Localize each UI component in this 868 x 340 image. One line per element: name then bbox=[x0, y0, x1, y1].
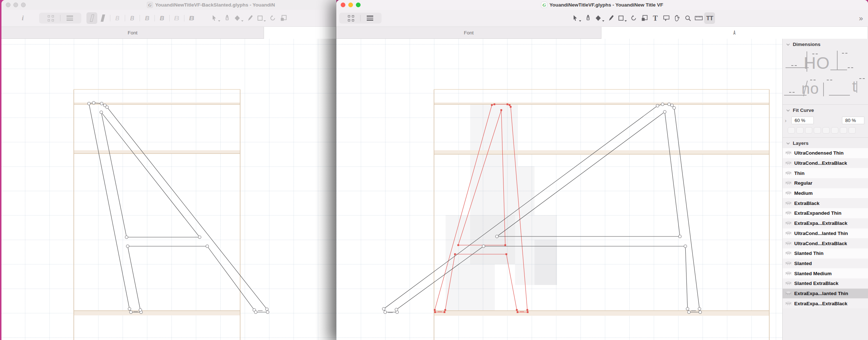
text-tool[interactable]: T bbox=[650, 12, 661, 24]
fit-step-button[interactable] bbox=[848, 127, 856, 134]
fit-step-button[interactable] bbox=[822, 127, 830, 134]
close-button[interactable] bbox=[341, 3, 345, 7]
fit-curve-header[interactable]: Fit Curve bbox=[783, 105, 868, 115]
eye-closed-icon[interactable] bbox=[785, 280, 792, 286]
layer-row[interactable]: Regular bbox=[783, 178, 868, 188]
view-mode-segmented-control[interactable] bbox=[39, 13, 81, 24]
eraser-tool[interactable] bbox=[233, 12, 245, 24]
fit-curve-max-input[interactable]: 80 % bbox=[842, 117, 864, 124]
select-tool[interactable] bbox=[570, 12, 583, 24]
zoom-button[interactable] bbox=[21, 3, 26, 7]
select-tool[interactable] bbox=[209, 12, 222, 24]
layer-row[interactable]: UltraCond...ExtraBlack bbox=[783, 158, 868, 168]
toolbar-overflow-chevron[interactable]: » bbox=[859, 14, 863, 22]
minimize-button[interactable] bbox=[13, 3, 18, 7]
master-b-thin[interactable]: B bbox=[112, 12, 123, 24]
left-tab-glyph[interactable] bbox=[264, 27, 336, 39]
left-glyph-canvas[interactable] bbox=[1, 39, 336, 340]
eye-closed-icon[interactable] bbox=[785, 150, 792, 156]
layer-row[interactable]: Slanted Thin bbox=[783, 248, 868, 259]
eye-closed-icon[interactable] bbox=[785, 290, 792, 297]
right-glyph-canvas[interactable] bbox=[336, 39, 782, 340]
master-b-expanded-thin[interactable]: B bbox=[171, 12, 182, 24]
left-traffic-lights[interactable] bbox=[6, 3, 26, 7]
fit-step-button[interactable] bbox=[788, 127, 795, 134]
rotate-tool[interactable] bbox=[628, 12, 639, 24]
layer-row[interactable]: ExtraExpa...ExtraBlack bbox=[783, 298, 868, 308]
eye-closed-icon[interactable] bbox=[785, 270, 792, 277]
layer-row[interactable]: Slanted ExtraBlack bbox=[783, 278, 868, 289]
layers-header[interactable]: Layers bbox=[783, 138, 868, 148]
layer-row[interactable]: ExtraExpa...ExtraBlack bbox=[783, 218, 868, 228]
left-tab-font[interactable]: Font bbox=[1, 27, 264, 39]
list-view-icon[interactable] bbox=[60, 13, 79, 23]
pen-tool[interactable] bbox=[222, 12, 233, 24]
fit-step-button[interactable] bbox=[831, 127, 838, 134]
annotation-tool[interactable] bbox=[661, 12, 672, 24]
eye-closed-icon[interactable] bbox=[785, 170, 792, 176]
primitives-tool[interactable] bbox=[256, 12, 267, 24]
eye-closed-icon[interactable] bbox=[785, 250, 792, 256]
disclosure-chevron-icon[interactable]: › bbox=[785, 118, 789, 123]
eye-closed-icon[interactable] bbox=[785, 180, 792, 186]
dimensions-header[interactable]: Dimensions bbox=[783, 39, 868, 49]
eye-closed-icon[interactable] bbox=[785, 301, 792, 307]
pencil-tool[interactable] bbox=[245, 12, 256, 24]
left-glyph-nodes[interactable] bbox=[88, 101, 269, 314]
right-tab-font[interactable]: Font bbox=[336, 27, 601, 39]
zoom-button[interactable] bbox=[356, 3, 361, 7]
layer-row[interactable]: ExtraBlack bbox=[783, 198, 868, 208]
master-slash-black[interactable] bbox=[97, 12, 108, 24]
rotate-tool[interactable] bbox=[267, 12, 278, 24]
layer-row[interactable]: Slanted bbox=[783, 259, 868, 269]
primitives-tool[interactable] bbox=[617, 12, 628, 24]
transform-tool[interactable] bbox=[278, 12, 289, 24]
eye-closed-icon[interactable] bbox=[785, 190, 792, 196]
zoom-tool[interactable] bbox=[682, 12, 693, 24]
eye-closed-icon[interactable] bbox=[785, 260, 792, 266]
layer-row[interactable]: UltraCond...lanted Thin bbox=[783, 228, 868, 239]
preview-text-tool[interactable]: TT bbox=[704, 12, 715, 24]
close-button[interactable] bbox=[6, 3, 10, 7]
fit-step-button[interactable] bbox=[805, 127, 812, 134]
fit-step-button[interactable] bbox=[796, 127, 804, 134]
eye-closed-icon[interactable] bbox=[785, 160, 792, 166]
layer-row[interactable]: Medium bbox=[783, 188, 868, 198]
list-view-icon[interactable] bbox=[361, 13, 379, 23]
left-glyph-outline[interactable] bbox=[89, 103, 268, 312]
right-tab-glyph-a[interactable]: A bbox=[601, 27, 868, 39]
fit-step-button[interactable] bbox=[814, 127, 821, 134]
fit-step-button[interactable] bbox=[840, 127, 847, 134]
measure-tool[interactable] bbox=[693, 12, 704, 24]
eye-closed-icon[interactable] bbox=[785, 220, 792, 226]
layer-row[interactable]: UltraCond...ExtraBlack bbox=[783, 238, 868, 248]
eye-closed-icon[interactable] bbox=[785, 200, 792, 206]
info-icon[interactable]: i bbox=[17, 12, 28, 24]
master-b-medium[interactable]: B bbox=[142, 12, 153, 24]
pen-tool[interactable] bbox=[583, 12, 593, 24]
minimize-button[interactable] bbox=[348, 3, 353, 7]
layer-row[interactable]: Slanted Medium bbox=[783, 268, 868, 278]
right-titlebar[interactable]: G YouandiNewTitleVF.glyphs - YouandiNew … bbox=[336, 0, 868, 10]
eye-closed-icon[interactable] bbox=[785, 230, 792, 236]
eye-closed-icon[interactable] bbox=[785, 240, 792, 247]
master-b-expanded-black[interactable]: B bbox=[186, 12, 197, 24]
layer-row[interactable]: Thin bbox=[783, 168, 868, 178]
layer-row[interactable]: ExtraExpanded Thin bbox=[783, 208, 868, 218]
chevron-down-icon[interactable] bbox=[786, 43, 790, 46]
left-titlebar[interactable]: G YouandiNewTitleVF-BackSlanted.glyphs -… bbox=[1, 0, 336, 10]
hand-tool[interactable] bbox=[672, 12, 682, 24]
pencil-tool[interactable] bbox=[606, 12, 617, 24]
view-mode-segmented-control[interactable] bbox=[339, 13, 382, 24]
master-slash-thin[interactable] bbox=[86, 12, 97, 24]
transform-tool[interactable] bbox=[639, 12, 650, 24]
eraser-tool[interactable] bbox=[593, 12, 606, 24]
master-b-black[interactable]: B bbox=[157, 12, 167, 24]
master-b-regular[interactable]: B bbox=[127, 12, 138, 24]
grid-view-icon[interactable] bbox=[341, 13, 360, 23]
layer-row[interactable]: ExtraExpa...lanted Thin bbox=[783, 289, 868, 299]
right-traffic-lights[interactable] bbox=[341, 3, 361, 7]
fit-curve-min-input[interactable]: 60 % bbox=[791, 117, 814, 124]
chevron-down-icon[interactable] bbox=[786, 109, 790, 112]
chevron-down-icon[interactable] bbox=[786, 142, 790, 144]
